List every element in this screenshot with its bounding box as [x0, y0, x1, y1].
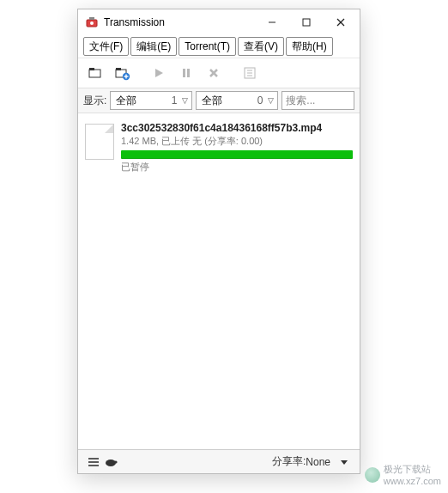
window-controls — [255, 10, 358, 34]
filter-status-count: 1 — [172, 94, 178, 107]
app-icon — [85, 15, 99, 29]
torrent-info: 3cc302532830f61c4a18436168ff57b3.mp4 1.4… — [121, 122, 353, 173]
filter-bar: 显示: 全部 1 ▽ 全部 0 ▽ 搜索... — [78, 88, 360, 113]
remove-button[interactable] — [202, 62, 226, 84]
filter-status-value: 全部 — [116, 94, 159, 108]
svg-rect-7 — [89, 70, 100, 77]
watermark-text: 极光下载站 — [384, 463, 441, 476]
svg-rect-16 — [187, 69, 190, 77]
watermark: 极光下载站 www.xz7.com — [365, 463, 441, 486]
menu-torrent[interactable]: Torrent(T) — [179, 37, 236, 56]
options-icon[interactable] — [85, 457, 102, 467]
start-button[interactable] — [147, 62, 171, 84]
file-icon — [85, 124, 114, 160]
toolbar — [78, 58, 360, 88]
titlebar: Transmission — [78, 9, 360, 35]
status-bar: 分享率: None — [78, 449, 360, 473]
ratio-value: None — [306, 456, 330, 468]
properties-button[interactable] — [238, 62, 262, 84]
search-placeholder: 搜索... — [286, 94, 315, 108]
svg-point-2 — [90, 21, 94, 25]
search-input[interactable]: 搜索... — [282, 91, 354, 110]
filter-tracker-count: 0 — [257, 94, 263, 107]
torrent-name: 3cc302532830f61c4a18436168ff57b3.mp4 — [121, 122, 353, 134]
filter-tracker-select[interactable]: 全部 0 ▽ — [196, 91, 278, 110]
svg-rect-15 — [183, 69, 185, 77]
minimize-button[interactable] — [255, 10, 289, 34]
svg-point-27 — [114, 460, 117, 463]
filter-tracker-value: 全部 — [202, 94, 245, 108]
torrent-row[interactable]: 3cc302532830f61c4a18436168ff57b3.mp4 1.4… — [83, 119, 354, 177]
watermark-icon — [365, 467, 380, 483]
stats-mode-icon[interactable] — [336, 458, 353, 466]
window-title: Transmission — [104, 16, 255, 28]
svg-marker-28 — [341, 460, 348, 465]
app-window: Transmission 文件(F) 编辑(E) Torrent(T) 查看(V… — [77, 9, 360, 474]
close-button[interactable] — [324, 10, 358, 34]
filter-status-select[interactable]: 全部 1 ▽ — [110, 91, 192, 110]
torrent-list[interactable]: 3cc302532830f61c4a18436168ff57b3.mp4 1.4… — [78, 113, 360, 448]
menu-file[interactable]: 文件(F) — [83, 37, 129, 56]
svg-point-26 — [106, 460, 116, 466]
watermark-url: www.xz7.com — [384, 476, 441, 486]
open-torrent-button[interactable] — [83, 62, 107, 84]
svg-rect-8 — [89, 68, 94, 70]
filter-label: 显示: — [83, 94, 106, 108]
menu-edit[interactable]: 编辑(E) — [130, 37, 177, 56]
chevron-down-icon: ▽ — [268, 96, 274, 105]
svg-rect-4 — [303, 19, 310, 26]
menubar: 文件(F) 编辑(E) Torrent(T) 查看(V) 帮助(H) — [78, 35, 360, 58]
turtle-icon[interactable] — [102, 457, 119, 467]
menu-help[interactable]: 帮助(H) — [286, 37, 333, 56]
chevron-down-icon: ▽ — [182, 96, 188, 105]
maximize-button[interactable] — [289, 10, 324, 34]
torrent-meta: 1.42 MB, 已上传 无 (分享率: 0.00) — [121, 135, 353, 148]
svg-rect-10 — [116, 68, 121, 70]
torrent-status: 已暂停 — [121, 161, 353, 173]
svg-marker-14 — [155, 69, 163, 77]
ratio-label: 分享率: — [272, 454, 306, 469]
menu-view[interactable]: 查看(V) — [238, 37, 284, 56]
svg-rect-1 — [89, 17, 94, 20]
add-torrent-button[interactable] — [111, 62, 135, 84]
pause-button[interactable] — [174, 62, 198, 84]
torrent-progress-bar — [121, 150, 353, 159]
